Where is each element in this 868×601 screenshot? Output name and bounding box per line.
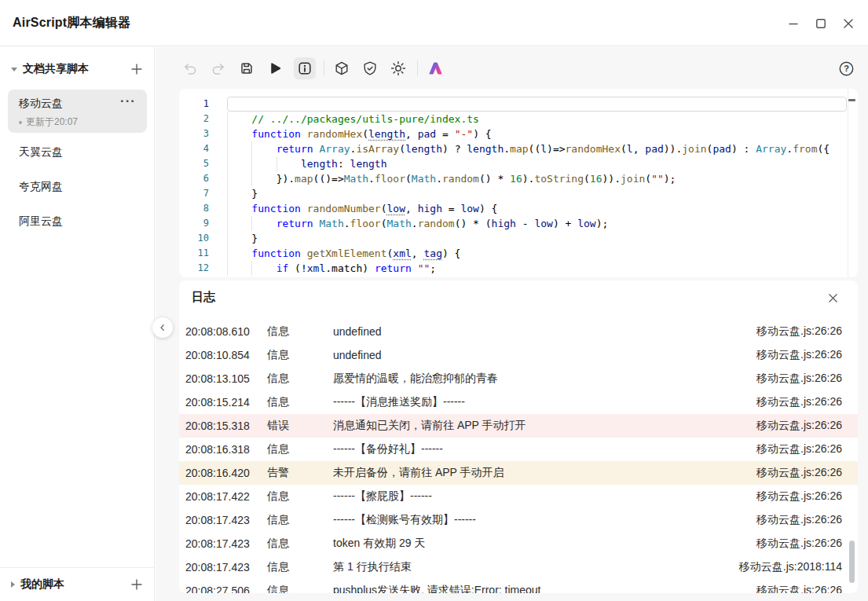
indent-guide (227, 112, 251, 126)
log-timestamp: 20:08:17.423 (185, 514, 267, 526)
log-level: 信息 (267, 560, 333, 574)
section-title: 文档共享脚本 (23, 62, 89, 76)
indent-guide (227, 261, 251, 276)
log-source-link[interactable]: 移动云盘.js:26:26 (756, 584, 842, 593)
code-editor[interactable]: 12 // ../../packages/utils-pure/index.ts… (179, 89, 858, 277)
log-timestamp: 20:08:08.610 (185, 325, 267, 338)
log-level: 错误 (267, 419, 333, 433)
log-level: 信息 (267, 513, 333, 527)
indent-guide (227, 156, 251, 171)
log-source-link[interactable]: 移动云盘.js:2018:114 (739, 560, 842, 574)
log-row-info: 20:08:10.854信息undefined移动云盘.js:26:26 (179, 343, 858, 367)
log-source-link[interactable]: 移动云盘.js:26:26 (756, 324, 842, 339)
app-title: AirScript脚本编辑器 (13, 15, 130, 31)
close-window-button[interactable] (838, 13, 859, 34)
log-level: 信息 (267, 442, 333, 456)
log-level: 告警 (267, 466, 333, 480)
collapse-sidebar-button[interactable] (152, 317, 173, 338)
log-message: ------【擦屁股】------ (333, 489, 756, 504)
package-button[interactable] (332, 59, 351, 78)
code-line: 6 }).map(()=>Math.floor(Math.random() * … (179, 171, 858, 186)
line-number: 7 (179, 186, 209, 201)
chevron-down-icon (11, 68, 17, 71)
log-message: 第 1 行执行结束 (333, 560, 739, 574)
indent-guide (251, 156, 276, 171)
log-timestamp: 20:08:16.420 (185, 467, 267, 479)
add-my-script-button[interactable] (126, 574, 148, 596)
log-message: token 有效期 29 天 (333, 537, 756, 551)
log-source-link[interactable]: 移动云盘.js:26:26 (756, 348, 842, 362)
main-area: ? 12 // ../../packages/utils-pure/index.… (156, 47, 868, 601)
line-number: 2 (179, 112, 209, 126)
editor-scrollbar-track[interactable] (848, 89, 848, 277)
log-timestamp: 20:08:10.854 (185, 349, 267, 361)
log-source-link[interactable]: 移动云盘.js:26:26 (756, 537, 842, 551)
indent-guide (227, 186, 251, 201)
log-message: ------【备份好礼】------ (333, 442, 756, 456)
sidebar-item[interactable]: 天翼云盘 (0, 135, 154, 170)
log-message: undefined (333, 349, 756, 361)
log-row-info: 20:08:16.318信息------【备份好礼】------移动云盘.js:… (179, 438, 858, 461)
code-line: 12 if (!xml.match) return ""; (179, 261, 858, 276)
updated-time-label: 更新于20:07 (26, 115, 78, 129)
log-row-warn: 20:08:16.420告警未开启备份，请前往 APP 手动开启移动云盘.js:… (179, 461, 858, 485)
close-log-panel-button[interactable] (823, 288, 842, 307)
more-button[interactable]: ··· (117, 90, 139, 112)
shared-scripts-section-header[interactable]: 文档共享脚本 (11, 58, 148, 80)
log-rows: 20:08:08.610信息undefined移动云盘.js:26:2620:0… (179, 320, 858, 593)
log-source-link[interactable]: 移动云盘.js:26:26 (756, 419, 842, 433)
shield-check-button[interactable] (361, 59, 379, 78)
add-shared-script-button[interactable] (126, 58, 148, 80)
log-message: 未开启备份，请前往 APP 手动开启 (333, 466, 756, 480)
save-button[interactable] (237, 59, 256, 78)
log-source-link[interactable]: 移动云盘.js:26:26 (756, 513, 842, 527)
log-timestamp: 20:08:17.423 (185, 537, 267, 550)
sidebar-item[interactable]: 阿里云盘 (0, 204, 154, 239)
log-scrollbar-thumb[interactable] (849, 541, 855, 583)
log-timestamp: 20:08:15.318 (185, 420, 267, 432)
log-source-link[interactable]: 移动云盘.js:26:26 (756, 372, 842, 386)
log-message: 消息通知已关闭，请前往 APP 手动打开 (333, 419, 756, 433)
log-source-link[interactable]: 移动云盘.js:26:26 (756, 489, 842, 504)
sidebar-item[interactable]: 夸克网盘 (0, 170, 154, 204)
maximize-button[interactable] (811, 13, 831, 34)
my-scripts-section-header[interactable]: 我的脚本 (0, 567, 154, 601)
log-message: ------【检测账号有效期】------ (333, 513, 756, 527)
log-level: 信息 (267, 537, 333, 551)
window-controls (783, 13, 859, 34)
indent-guide (251, 141, 276, 156)
log-level: 信息 (267, 395, 333, 409)
log-message: pushplus发送失败, 请求错误:Error: timeout (333, 584, 756, 593)
run-button[interactable] (266, 59, 284, 78)
indent-guide (277, 156, 301, 171)
my-scripts-title: 我的脚本 (20, 577, 64, 592)
log-timestamp: 20:08:17.422 (185, 490, 267, 503)
code-line: 10 } (179, 231, 858, 246)
log-level: 信息 (267, 489, 333, 504)
settings-gear-button[interactable] (389, 59, 408, 78)
log-source-link[interactable]: 移动云盘.js:26:26 (756, 442, 842, 456)
code-line: 7 } (179, 186, 858, 201)
overview-ruler-mark (848, 99, 855, 101)
status-dot-icon (19, 121, 22, 124)
log-panel-button[interactable] (294, 57, 316, 79)
log-row-info: 20:08:27.506信息pushplus发送失败, 请求错误:Error: … (179, 579, 858, 593)
log-timestamp: 20:08:13.105 (185, 372, 267, 385)
log-level: 信息 (267, 348, 333, 362)
log-source-link[interactable]: 移动云盘.js:26:26 (756, 395, 842, 409)
script-list: 天翼云盘夸克网盘阿里云盘 (0, 135, 154, 239)
sidebar-item-selected[interactable]: 移动云盘 ··· 更新于20:07 (8, 90, 147, 133)
log-source-link[interactable]: 移动云盘.js:26:26 (756, 466, 842, 480)
redo-button[interactable] (209, 59, 228, 78)
minimize-button[interactable] (783, 13, 804, 34)
undo-button[interactable] (181, 59, 200, 78)
log-row-info: 20:08:17.423信息------【检测账号有效期】------移动云盘.… (179, 508, 858, 532)
help-button[interactable]: ? (837, 59, 855, 78)
line-number: 12 (179, 261, 209, 276)
svg-text:?: ? (844, 64, 849, 73)
log-level: 信息 (267, 372, 333, 386)
airscript-logo-button[interactable] (426, 59, 445, 78)
line-number: 1 (179, 97, 209, 112)
log-timestamp: 20:08:15.214 (185, 396, 267, 409)
log-message: 愿爱情的温暖，能治愈抑郁的青春 (333, 372, 756, 386)
